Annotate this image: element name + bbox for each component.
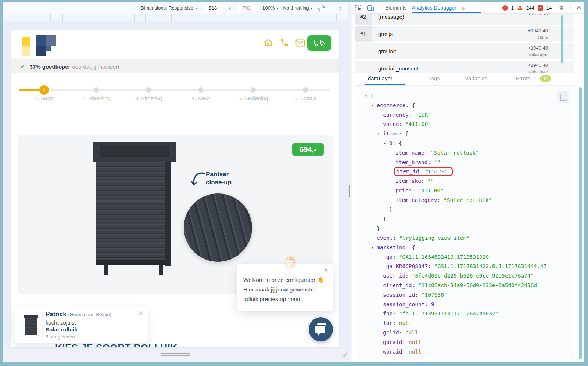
step-label[interactable]: 3. Afmeting <box>123 95 174 101</box>
devtools-menu-icon[interactable] <box>567 2 573 13</box>
gtm-event-row[interactable]: gtm.init+1940.40dataLayer <box>355 43 574 59</box>
dimensions-separator: x <box>229 6 231 11</box>
errors-count-badge: 0 <box>540 75 551 82</box>
expand-arrow-icon[interactable]: ▾ <box>384 139 389 148</box>
subtab-errors[interactable]: Errors <box>516 75 531 81</box>
tab-analytics-debugger[interactable]: Analytics Debugger <box>412 5 456 11</box>
viewport-height-input[interactable] <box>236 4 258 12</box>
phone-icon[interactable] <box>280 38 290 48</box>
event-timestamp: +1949.40 <box>528 14 548 16</box>
subtab-datalayer[interactable]: dataLayer <box>368 75 392 81</box>
expand-arrow-icon[interactable]: ▾ <box>365 91 370 101</box>
expand-arrow-icon[interactable]: ▾ <box>371 243 377 253</box>
gtm-event-row[interactable]: gtm.init_consent+1940.40dataLayer <box>355 61 574 73</box>
issues-count[interactable]: 14 <box>546 5 552 11</box>
issues-icon[interactable] <box>538 5 543 11</box>
settings-gear-icon[interactable] <box>559 2 564 13</box>
shutter-bottom-bar <box>96 260 165 265</box>
rotate-device-icon[interactable] <box>318 4 325 12</box>
toast-close-icon[interactable] <box>139 310 143 317</box>
step-dot[interactable] <box>94 87 99 93</box>
event-number-chip: #2 <box>355 14 372 25</box>
curved-arrow-icon <box>190 171 206 192</box>
json-line: gbraid: null <box>365 338 570 347</box>
welcome-line1: Welkom in onze configurator <box>243 277 315 283</box>
viewport-height-handle[interactable] <box>161 353 190 354</box>
toast-product-image <box>19 312 43 338</box>
step-label[interactable]: 4. Kleur <box>175 95 227 101</box>
devtools-divider[interactable] <box>348 2 352 362</box>
screenshot-stage: { "device_toolbar": { "dimensions_label"… <box>0 0 588 366</box>
gtm-event-row[interactable]: #2(message)+1949.40 <box>355 14 574 25</box>
buyer-name: Patrick <box>46 311 67 318</box>
console-errors-count[interactable]: 1 <box>511 5 514 11</box>
delivery-button[interactable] <box>307 35 331 51</box>
site-logo[interactable] <box>22 37 30 46</box>
closeup-label: Pantser close-up <box>206 170 232 186</box>
copy-button[interactable] <box>557 91 569 103</box>
devtools-close-icon[interactable] <box>577 2 581 13</box>
subtab-tags[interactable]: Tags <box>428 75 440 81</box>
mail-icon[interactable] <box>295 39 305 49</box>
divider-drag-handle[interactable] <box>349 185 350 197</box>
step-dot[interactable] <box>251 87 256 93</box>
site-logo-part <box>36 46 46 56</box>
home-icon[interactable] <box>264 38 273 48</box>
zoom-select[interactable]: 100% <box>262 5 278 11</box>
inspect-element-icon[interactable] <box>355 4 362 11</box>
welcome-popup: Welkom in onze configurator 👋 Hier maak … <box>237 264 333 311</box>
step-label[interactable]: 2. Plaatsing <box>71 95 122 101</box>
json-line: fbc: null <box>365 319 570 328</box>
toggle-device-toolbar-icon[interactable] <box>367 4 374 11</box>
truck-icon <box>314 39 325 47</box>
json-line: session_id: "107038" <box>365 290 570 300</box>
tab-elements[interactable]: Elements <box>385 5 406 11</box>
chat-widget-button[interactable] <box>309 317 333 341</box>
toolbar-separator <box>380 4 380 11</box>
viewport-corner-resize-handle[interactable] <box>341 351 347 357</box>
json-line: ▾0: { <box>365 139 570 148</box>
console-warnings-count[interactable]: 244 <box>526 5 534 11</box>
subtab-variables[interactable]: Variables <box>465 75 487 81</box>
step-label[interactable]: 6. Extra's <box>280 95 331 101</box>
event-timestamp: +1940.40 <box>528 62 548 68</box>
console-errors-icon[interactable] <box>502 5 508 11</box>
event-list-scrollbar[interactable] <box>561 15 563 63</box>
step-dot[interactable] <box>303 87 308 93</box>
throttling-select[interactable]: No throttling <box>283 5 312 11</box>
device-toolbar-menu-icon[interactable] <box>337 4 345 12</box>
price-badge: 694,- <box>292 143 324 156</box>
step-dot[interactable] <box>146 87 151 93</box>
gtm-event-row[interactable]: #1gtm.js+1949.40eld: 1 <box>355 26 574 42</box>
step-label[interactable]: 1. Soort <box>18 95 70 101</box>
event-sublabel: eld: 1 <box>538 35 548 39</box>
viewport-width-input[interactable] <box>202 4 224 12</box>
json-tree: ▾{▾ecommerce: {currency: "EUR"value: "41… <box>365 91 570 355</box>
expand-arrow-icon[interactable]: ▾ <box>377 129 383 139</box>
viewport-bottom-gutter <box>3 349 348 362</box>
json-line: ] <box>365 214 570 224</box>
active-tab-underline <box>412 12 481 13</box>
step-label[interactable]: 5. Bediening <box>227 95 279 101</box>
welcome-close-icon[interactable] <box>323 267 328 274</box>
toast-product-link[interactable]: Solar rolluik <box>46 326 78 333</box>
active-subtab-underline <box>365 84 405 85</box>
json-panel-scrollbar[interactable] <box>579 87 582 359</box>
devtools-toolbar: Elements Analytics Debugger 1 244 14 <box>352 2 584 14</box>
expand-arrow-icon[interactable]: ▾ <box>371 101 377 110</box>
console-warnings-icon[interactable] <box>517 5 523 10</box>
json-line: } <box>365 224 570 233</box>
step-1-check-icon[interactable] <box>39 85 49 95</box>
json-line: item_category: "Solar rolluik" <box>365 196 570 205</box>
wave-emoji: 👋 <box>317 277 324 283</box>
dimensions-select[interactable]: Dimensions: Responsive <box>141 5 197 11</box>
site-logo-part <box>46 35 56 46</box>
browser-viewport: 37% goedkoper doordat jij monteert 1. So… <box>3 21 348 362</box>
datalayer-json-panel: ▾{▾ecommerce: {currency: "EUR"value: "41… <box>358 87 573 358</box>
promo-bold: 37% goedkoper <box>30 64 71 70</box>
device-toolbar: Dimensions: Responsive x 100% No throttl… <box>3 2 348 14</box>
check-icon <box>21 63 25 70</box>
more-tabs-icon[interactable] <box>462 5 465 11</box>
json-line: item_sku: "" <box>365 177 570 186</box>
step-dot[interactable] <box>198 87 204 93</box>
